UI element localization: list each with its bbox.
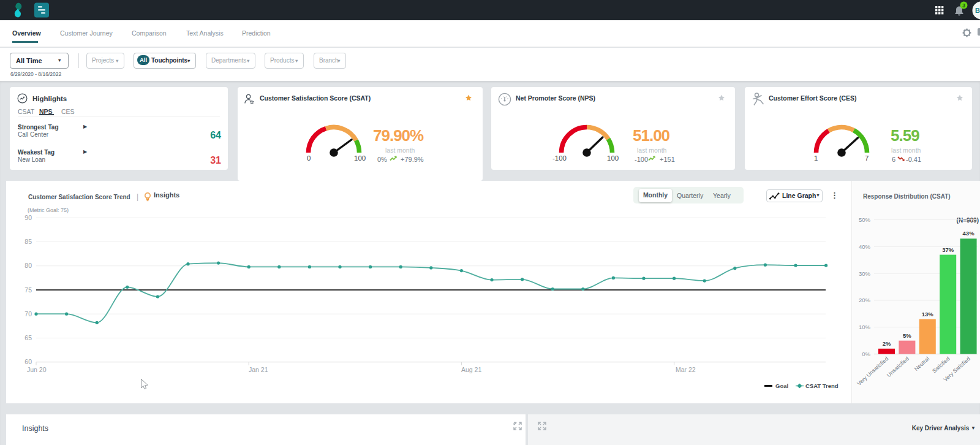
svg-text:Satisfied: Satisfied <box>931 356 951 375</box>
svg-text:Neutral: Neutral <box>913 356 930 372</box>
svg-text:(N=909): (N=909) <box>957 217 979 224</box>
svg-text:40%: 40% <box>859 243 871 250</box>
svg-text:30%: 30% <box>859 270 871 277</box>
svg-text:37%: 37% <box>942 246 954 253</box>
svg-text:10%: 10% <box>859 324 871 330</box>
svg-text:0%: 0% <box>862 351 870 357</box>
svg-text:5%: 5% <box>903 332 911 339</box>
svg-text:3: 3 <box>962 2 965 9</box>
svg-text:20%: 20% <box>859 297 871 303</box>
svg-text:50%: 50% <box>859 216 871 223</box>
svg-text:43%: 43% <box>963 230 975 237</box>
svg-text:13%: 13% <box>922 311 934 318</box>
svg-text:Unsatisfied: Unsatisfied <box>886 356 910 378</box>
svg-text:2%: 2% <box>883 340 891 347</box>
svg-text:B: B <box>975 7 980 14</box>
svg-text:Very Unsatisfied: Very Unsatisfied <box>856 356 889 387</box>
